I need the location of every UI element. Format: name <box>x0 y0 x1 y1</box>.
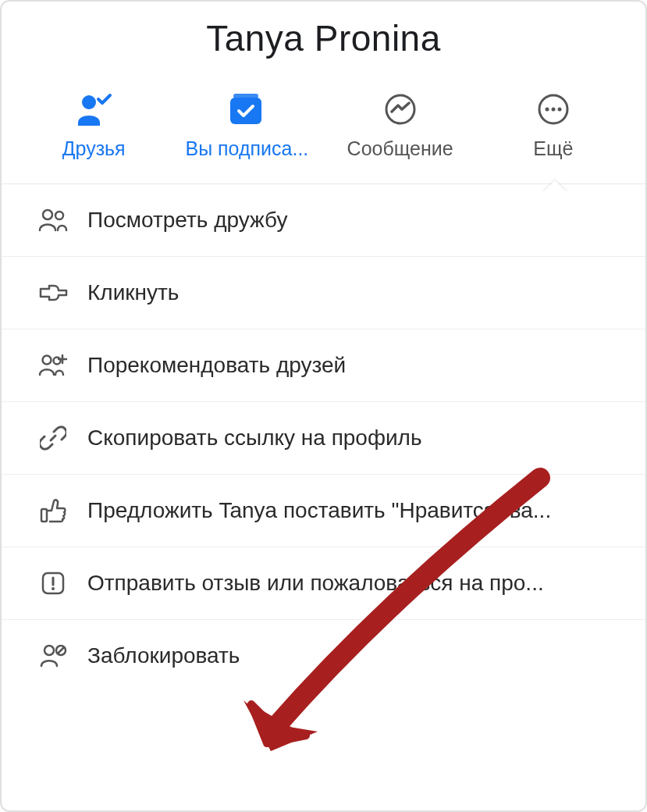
svg-point-18 <box>44 646 54 655</box>
svg-rect-2 <box>233 94 258 98</box>
friends-label: Друзья <box>62 137 126 160</box>
menu-label: Отправить отзыв или пожаловаться на про.… <box>87 571 544 596</box>
people-icon <box>33 206 73 234</box>
menu-report[interactable]: Отправить отзыв или пожаловаться на про.… <box>2 547 645 620</box>
following-icon <box>228 91 265 128</box>
menu-label: Скопировать ссылку на профиль <box>87 426 422 451</box>
following-label: Вы подписа... <box>185 137 308 160</box>
svg-point-9 <box>55 212 63 219</box>
message-button[interactable]: Сообщение <box>330 91 471 160</box>
menu-label: Предложить Tanya поставить "Нравится" ва… <box>87 498 551 523</box>
menu-poke[interactable]: Кликнуть <box>2 257 645 329</box>
svg-point-6 <box>551 108 555 112</box>
menu-copy-link[interactable]: Скопировать ссылку на профиль <box>2 402 645 475</box>
menu-pointer <box>542 180 567 193</box>
menu-label: Заблокировать <box>87 643 240 668</box>
svg-point-8 <box>43 210 52 219</box>
friends-button[interactable]: Друзья <box>23 91 164 160</box>
message-label: Сообщение <box>347 137 453 160</box>
profile-action-row: Друзья Вы подписа... Сообщение <box>2 83 645 184</box>
menu-block[interactable]: Заблокировать <box>2 620 645 692</box>
following-button[interactable]: Вы подписа... <box>176 91 317 160</box>
menu-see-friendship[interactable]: Посмотреть дружбу <box>2 184 645 257</box>
point-icon <box>33 279 73 307</box>
svg-point-7 <box>557 108 561 112</box>
more-button[interactable]: Ещё <box>483 91 624 160</box>
svg-rect-14 <box>41 509 47 522</box>
svg-point-0 <box>82 95 96 109</box>
report-icon <box>33 569 73 597</box>
menu-suggest-friends[interactable]: Порекомендовать друзей <box>2 329 645 402</box>
menu-label: Кликнуть <box>87 280 179 305</box>
menu-label: Порекомендовать друзей <box>87 353 346 378</box>
people-plus-icon <box>33 351 73 379</box>
profile-title: Tanya Pronina <box>2 2 645 83</box>
messenger-icon <box>382 91 419 128</box>
more-label: Ещё <box>533 137 573 160</box>
menu-label: Посмотреть дружбу <box>87 208 288 233</box>
menu-invite-like[interactable]: Предложить Tanya поставить "Нравится" ва… <box>2 475 645 547</box>
more-menu: Посмотреть дружбу Кликнуть <box>2 184 645 692</box>
block-user-icon <box>33 642 73 670</box>
svg-point-17 <box>52 587 55 590</box>
svg-line-20 <box>58 647 64 654</box>
svg-marker-21 <box>244 700 318 751</box>
svg-point-5 <box>545 108 549 112</box>
more-icon <box>535 91 572 128</box>
svg-point-10 <box>43 356 52 365</box>
thumbs-up-icon <box>33 497 73 525</box>
link-icon <box>33 424 73 452</box>
friend-check-icon <box>75 91 112 128</box>
svg-rect-1 <box>230 98 261 124</box>
